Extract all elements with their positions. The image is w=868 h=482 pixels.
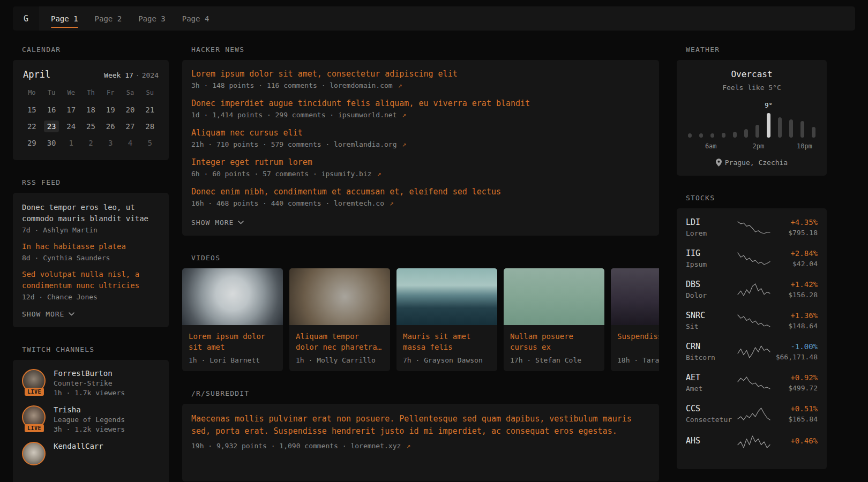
stock-values: +4.35% $795.18 <box>772 218 818 237</box>
video-card[interactable]: Mauris sit amet massa felis 7h · Grayson… <box>396 268 497 371</box>
hackernews-item-title[interactable]: Donec imperdiet augue tincidunt felis al… <box>191 99 650 108</box>
calendar-header: April Week 17·2024 <box>22 69 160 80</box>
calendar-day: 16 <box>42 101 62 118</box>
tab-page-1[interactable]: Page 1 <box>51 6 78 31</box>
weather-condition: Overcast <box>686 69 818 79</box>
calendar-week-year: Week 17·2024 <box>104 71 159 79</box>
subreddit-card: Maecenas mollis pulvinar erat non posuer… <box>182 404 659 481</box>
weather-bar <box>721 108 726 138</box>
stock-info: LDI Lorem <box>686 217 736 237</box>
twitch-channel-info: ForrestBurton Counter-Strike 1h · 1.7k v… <box>54 369 125 397</box>
stock-row[interactable]: IIG Ipsum +2.84% $42.04 <box>686 248 818 268</box>
stock-row[interactable]: CRN Bitcorn -1.00% $66,171.48 <box>686 342 818 362</box>
twitch-channel-game: Counter-Strike <box>54 379 125 387</box>
external-link-icon[interactable]: ↗ <box>398 81 402 89</box>
stock-name: Amet <box>686 385 736 393</box>
video-thumbnail <box>396 268 497 325</box>
weather-bar <box>789 108 794 138</box>
twitch-channel[interactable]: LIVE ForrestBurton Counter-Strike 1h · 1… <box>22 369 160 397</box>
stock-values: +1.36% $148.64 <box>772 311 818 330</box>
video-title[interactable]: Mauris sit amet massa felis <box>403 331 491 352</box>
external-link-icon[interactable]: ↗ <box>377 170 381 178</box>
external-link-icon[interactable]: ↗ <box>402 140 406 148</box>
right-column: WEATHER Overcast Feels like 5°C 9° 6am 2… <box>677 31 827 469</box>
external-link-icon[interactable]: ↗ <box>390 199 394 207</box>
page-tabs: Page 1 Page 2 Page 3 Page 4 <box>51 6 209 31</box>
external-link-icon[interactable]: ↗ <box>406 442 410 450</box>
calendar-day-header: We <box>61 85 81 101</box>
hackernews-card: Lorem ipsum dolor sit amet, consectetur … <box>182 60 659 236</box>
stock-row[interactable]: SNRC Sit +1.36% $148.64 <box>686 311 818 330</box>
video-title[interactable]: Lorem ipsum dolor sit amet consectetu… <box>189 331 276 352</box>
subreddit-post-meta: 19h · 9,932 points · 1,090 comments · lo… <box>191 442 650 450</box>
avatar <box>22 442 46 465</box>
stock-price: $499.72 <box>772 384 818 392</box>
video-card[interactable]: Nullam posuere cursus ex 17h · Stefan Co… <box>504 268 604 371</box>
stock-price: $148.64 <box>772 322 818 330</box>
tab-page-3[interactable]: Page 3 <box>138 6 166 31</box>
app-logo[interactable]: G <box>13 6 39 31</box>
rss-item-title[interactable]: Sed volutpat nulla nisl, a condimentum n… <box>22 269 160 291</box>
separator-dot: · <box>136 71 140 79</box>
twitch-channel[interactable]: LIVE Trisha League of Legends 3h · 1.2k … <box>22 405 160 433</box>
stock-values: +0.51% $165.84 <box>772 404 818 423</box>
calendar-day: 5 <box>140 134 160 151</box>
stock-name: Lorem <box>686 229 736 237</box>
hackernews-item-title[interactable]: Aliquam nec cursus elit <box>191 128 650 138</box>
video-card[interactable]: Lorem ipsum dolor sit amet consectetu… 1… <box>182 268 283 371</box>
stock-row[interactable]: AHS +0.46% <box>686 435 818 449</box>
stock-row[interactable]: LDI Lorem +4.35% $795.18 <box>686 217 818 237</box>
hackernews-item: Aliquam nec cursus elit 21h · 710 points… <box>191 128 650 148</box>
calendar-day: 28 <box>140 118 160 134</box>
live-badge: LIVE <box>25 424 44 432</box>
hackernews-item-title[interactable]: Integer eget rutrum lorem <box>191 157 650 167</box>
hackernews-item-meta: 16h · 468 points · 440 comments · loremt… <box>191 199 650 207</box>
hackernews-item-title[interactable]: Lorem ipsum dolor sit amet, consectetur … <box>191 69 650 79</box>
stock-row[interactable]: DBS Dolor +1.42% $156.28 <box>686 280 818 299</box>
video-title[interactable]: Aliquam tempor dolor nec pharetra… <box>296 331 384 352</box>
video-title[interactable]: Suspendisse diam <box>617 331 659 352</box>
stock-info: CRN Bitcorn <box>686 342 736 362</box>
tab-page-4[interactable]: Page 4 <box>182 6 209 31</box>
tab-page-2[interactable]: Page 2 <box>95 6 122 31</box>
hackernews-show-more-button[interactable]: SHOW MORE <box>191 219 244 227</box>
rss-item-meta: 8d · Cynthia Saunders <box>22 254 160 262</box>
hackernews-item-title[interactable]: Donec enim nibh, condimentum et accumsan… <box>191 187 650 197</box>
rss-item-title[interactable]: In hac habitasse platea <box>22 241 160 252</box>
calendar-day: 1 <box>61 134 81 151</box>
rss-show-more-button[interactable]: SHOW MORE <box>22 310 74 318</box>
calendar-grid: MoTuWeThFrSaSu15161718192021222324252627… <box>22 85 160 151</box>
calendar-day: 21 <box>140 101 160 118</box>
chevron-down-icon <box>238 221 244 224</box>
video-meta: 18h · Tara <box>617 356 659 364</box>
stock-change: +1.42% <box>772 280 818 289</box>
twitch-section-title: TWITCH CHANNELS <box>22 345 169 353</box>
calendar-day: 26 <box>101 118 121 134</box>
video-card[interactable]: Suspendisse diam 18h · Tara <box>611 268 659 371</box>
weather-bar <box>732 108 737 138</box>
video-card[interactable]: Aliquam tempor dolor nec pharetra… 1h · … <box>289 268 390 371</box>
weather-section-title: WEATHER <box>686 46 827 54</box>
rss-item-title[interactable]: Donec tempor eros leo, ut commodo mauris… <box>22 202 160 224</box>
calendar-day-header: Mo <box>22 85 42 101</box>
stock-info: CCS Consectetur <box>686 404 736 424</box>
twitch-avatar-wrap: LIVE <box>22 369 47 396</box>
subreddit-post-title[interactable]: Maecenas mollis pulvinar erat non posuer… <box>191 413 650 438</box>
twitch-channel[interactable]: KendallCarr <box>22 442 160 469</box>
hackernews-meta-text: 1d · 1,414 points · 299 comments · ipsum… <box>191 111 397 119</box>
video-thumbnail <box>182 268 283 325</box>
stock-info: SNRC Sit <box>686 311 736 330</box>
rss-item: In hac habitasse platea 8d · Cynthia Sau… <box>22 241 160 262</box>
twitch-channel-meta: 3h · 1.2k viewers <box>54 425 125 433</box>
calendar-day-header: Su <box>140 85 160 101</box>
rss-item: Sed volutpat nulla nisl, a condimentum n… <box>22 269 160 301</box>
stock-symbol: DBS <box>686 280 736 289</box>
external-link-icon[interactable]: ↗ <box>402 111 406 119</box>
stock-row[interactable]: CCS Consectetur +0.51% $165.84 <box>686 404 818 424</box>
stock-row[interactable]: AET Amet +0.92% $499.72 <box>686 373 818 393</box>
stock-price: $795.18 <box>772 229 818 237</box>
stock-info: AHS <box>686 436 736 448</box>
video-meta: 7h · Grayson Dawson <box>403 356 491 364</box>
video-title[interactable]: Nullam posuere cursus ex <box>510 331 598 352</box>
location-pin-icon <box>716 159 722 167</box>
